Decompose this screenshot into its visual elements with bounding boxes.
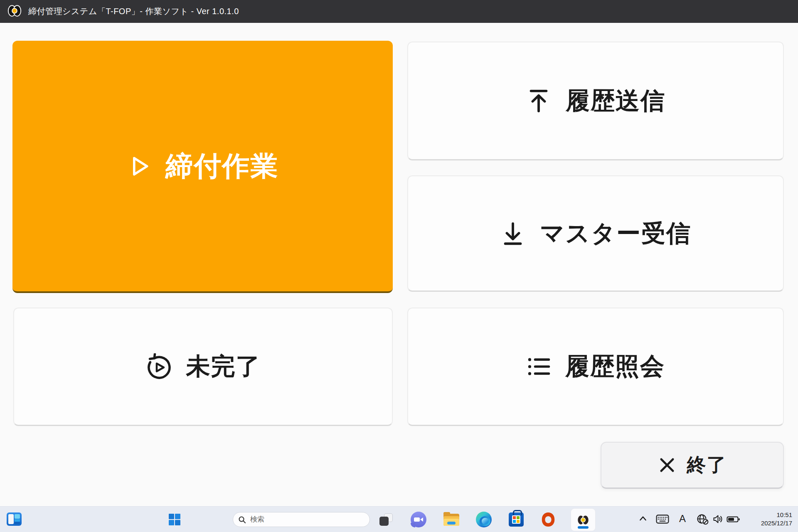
taskbar: A 10:51 2025/12/17 [0, 506, 798, 532]
clock-date: 2025/12/17 [761, 519, 792, 527]
office-icon[interactable] [540, 512, 556, 527]
window-titlebar: 締付管理システム「T-FOP」- 作業ソフト - Ver 1.0.1.0 [0, 0, 798, 23]
incomplete-button[interactable]: 未完了 [13, 308, 393, 426]
replay-circle-play-icon [145, 353, 172, 380]
speaker-icon[interactable] [712, 514, 724, 524]
play-icon [127, 154, 152, 179]
exit-label: 終了 [687, 452, 727, 478]
t-fop-logo-icon [576, 513, 590, 527]
upload-arrow-icon [526, 88, 552, 114]
ime-indicator[interactable]: A [679, 513, 686, 525]
window-title: 締付管理システム「T-FOP」- 作業ソフト - Ver 1.0.1.0 [28, 6, 239, 17]
close-x-icon [658, 456, 676, 474]
taskbar-search-box[interactable] [233, 512, 370, 527]
globe-offline-icon[interactable] [697, 514, 709, 525]
clock-time: 10:51 [761, 511, 792, 519]
layout-app-icon[interactable] [7, 512, 22, 526]
history-send-button[interactable]: 履歴送信 [407, 42, 784, 160]
t-fop-app-icon-active[interactable] [571, 509, 595, 531]
history-send-label: 履歴送信 [566, 85, 665, 117]
history-inquiry-button[interactable]: 履歴照会 [407, 308, 784, 426]
tightening-work-button[interactable]: 締付作業 [12, 41, 393, 293]
master-receive-label: マスター受信 [540, 217, 691, 250]
touch-keyboard-icon[interactable] [656, 514, 669, 524]
chevron-up-icon[interactable] [638, 514, 648, 523]
main-menu: 締付作業 履歴送信 マスター受信 未完了 履歴照会 [0, 23, 798, 506]
master-receive-button[interactable]: マスター受信 [407, 175, 784, 292]
exit-button[interactable]: 終了 [601, 442, 784, 489]
chat-icon[interactable] [411, 512, 426, 527]
task-view-icon[interactable] [379, 513, 393, 526]
download-arrow-icon [500, 221, 526, 246]
start-button-icon[interactable] [168, 513, 181, 526]
taskbar-clock[interactable]: 10:51 2025/12/17 [761, 511, 792, 527]
battery-icon[interactable] [727, 516, 740, 523]
app-logo-icon [7, 3, 22, 20]
microsoft-store-icon[interactable] [509, 512, 524, 527]
file-explorer-icon[interactable] [443, 512, 460, 527]
magnifier-icon [238, 516, 246, 524]
search-input[interactable] [250, 515, 358, 524]
edge-browser-icon[interactable] [476, 512, 492, 527]
incomplete-label: 未完了 [186, 350, 261, 383]
history-inquiry-label: 履歴照会 [565, 350, 665, 383]
active-app-indicator [578, 526, 589, 529]
bulleted-list-icon [526, 354, 551, 379]
tightening-work-label: 締付作業 [166, 148, 279, 185]
